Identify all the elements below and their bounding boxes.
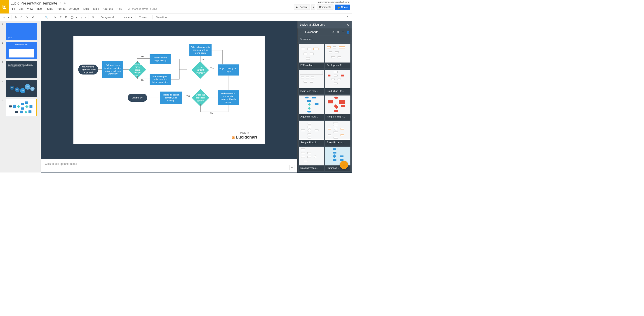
- doc-title[interactable]: Lucid Presentation Template: [10, 1, 57, 6]
- doc-card[interactable]: Algorithm Flow...: [299, 95, 324, 120]
- slide-number: 2: [2, 42, 5, 59]
- comment-icon[interactable]: ⊞: [90, 15, 95, 20]
- line-icon[interactable]: ╲: [79, 15, 84, 20]
- shape-dropdown[interactable]: ▾: [76, 15, 78, 20]
- flow-label-no: No: [202, 58, 204, 60]
- toolbar: ＋ ▾ 🖶 ↶ ↷ 🖌 ⛶ 🔍 ⬉ T 🖼 ◯ ▾ ╲ ▾ ⊞ Backgrou…: [0, 14, 352, 21]
- menu-tools[interactable]: Tools: [82, 7, 89, 11]
- slide-number: 3: [2, 61, 5, 78]
- filmstrip: 1 ▦ Lucid 2 Diagrams done right 3 "If I'…: [0, 21, 41, 173]
- menu-arrange[interactable]: Arrange: [69, 7, 79, 11]
- share-button[interactable]: 🔒Share: [335, 5, 350, 10]
- slide-number: 1: [2, 23, 5, 40]
- svg-rect-1: [4, 6, 6, 8]
- doc-card[interactable]: Sales Process ...: [325, 121, 350, 145]
- doc-card[interactable]: Production Flo...: [325, 70, 350, 94]
- doc-card[interactable]: Sample Flowch...: [299, 121, 324, 145]
- new-slide-button[interactable]: ＋: [2, 15, 6, 20]
- menu-file[interactable]: File: [10, 7, 15, 11]
- menu-table[interactable]: Table: [92, 7, 99, 11]
- flow-qa: Send to QA: [128, 94, 147, 102]
- flow-support: Make sure the content is supported by th…: [218, 90, 239, 105]
- made-in-badge: Made in ◉Lucidchart: [232, 131, 257, 139]
- menu-view[interactable]: View: [27, 7, 33, 11]
- refresh-icon[interactable]: ⟳: [332, 31, 335, 34]
- breadcrumb[interactable]: Flowcharts: [305, 31, 330, 34]
- slide-number: 5: [2, 99, 5, 116]
- print-icon[interactable]: 🖶: [14, 15, 18, 20]
- slides-logo[interactable]: [0, 0, 9, 14]
- zoom-fit-icon[interactable]: ⛶: [39, 15, 44, 20]
- fab-add-button[interactable]: ＋: [340, 161, 348, 169]
- slide-thumb-5[interactable]: [6, 99, 37, 116]
- slide-canvas[interactable]: New landing page has been approved Pull …: [74, 36, 264, 144]
- background-button[interactable]: Background...: [99, 16, 118, 19]
- collapse-toolbar-icon[interactable]: ⌃: [345, 16, 350, 19]
- doc-card[interactable]: Programming F...: [325, 95, 350, 120]
- drive-icon[interactable]: ◈: [64, 2, 66, 5]
- theme-button[interactable]: Theme...: [138, 16, 150, 19]
- zoom-icon[interactable]: 🔍: [44, 15, 49, 20]
- present-dropdown[interactable]: ▾: [312, 5, 315, 10]
- menu-edit[interactable]: Edit: [19, 7, 24, 11]
- back-icon[interactable]: ←: [300, 30, 303, 34]
- panel-doc-grid: IT Flowchart Deployment Fl... Swim lane …: [297, 43, 352, 173]
- flow-dec-content: Is the content finished?: [192, 61, 209, 79]
- doc-card[interactable]: Design Proces...: [299, 147, 324, 171]
- menu-slide[interactable]: Slide: [47, 7, 53, 11]
- share-icon: 🔒: [337, 6, 340, 9]
- slide-thumb-2[interactable]: Diagrams done right: [6, 42, 37, 59]
- slide-thumb-1[interactable]: ▦ Lucid: [6, 23, 37, 40]
- flow-label-yes: Yes: [210, 67, 214, 69]
- doc-card[interactable]: Swim lane flow...: [299, 70, 324, 94]
- slide-thumb-3[interactable]: "If I'm trying to recommend a solution, …: [6, 61, 37, 78]
- close-icon[interactable]: ✕: [347, 23, 349, 27]
- redo-icon[interactable]: ↷: [25, 15, 30, 20]
- line-dropdown[interactable]: ▾: [84, 15, 87, 20]
- flow-label-yes: Yes: [141, 55, 144, 58]
- flow-talk-design: Talk to design to make sure it is being …: [150, 74, 170, 85]
- flow-talk-content: Talk with content to ensure it will be d…: [189, 44, 212, 56]
- present-button[interactable]: ▶Present: [294, 5, 310, 10]
- doc-card[interactable]: IT Flowchart: [299, 44, 324, 68]
- account-icon[interactable]: 👤: [346, 31, 350, 34]
- flow-content-write: Have content begin writing: [150, 54, 170, 64]
- save-status: All changes saved in Drive: [128, 7, 158, 10]
- slide-thumb-4[interactable]: 38% 45% 46% 63% 43%: [6, 80, 37, 97]
- select-icon[interactable]: ⬉: [53, 15, 58, 20]
- lucidchart-icon: ◉: [232, 135, 235, 139]
- flow-label-no: No: [210, 112, 213, 114]
- shape-icon[interactable]: ◯: [70, 15, 74, 20]
- doc-card[interactable]: Deployment Fl...: [325, 44, 350, 68]
- transition-button[interactable]: Transition...: [154, 16, 170, 19]
- flow-dec-looks: Does the page look good?: [192, 89, 209, 106]
- textbox-icon[interactable]: T: [58, 15, 63, 20]
- flow-start: New landing page has been approved: [78, 65, 98, 75]
- slide-number: 4: [2, 80, 5, 97]
- paint-format-icon[interactable]: 🖌: [30, 15, 35, 20]
- sort-icon[interactable]: ⇅: [337, 31, 339, 34]
- menu-help[interactable]: Help: [116, 7, 122, 11]
- play-icon: ▶: [296, 6, 298, 9]
- panel-title: Lucidchart Diagrams: [300, 23, 325, 26]
- menu-format[interactable]: Format: [57, 7, 66, 11]
- menu-addons[interactable]: Add-ons: [103, 7, 113, 11]
- star-icon[interactable]: ☆: [60, 2, 62, 5]
- list-icon[interactable]: ☰: [342, 31, 344, 34]
- flow-label-yes: Yes: [186, 95, 190, 97]
- flow-finalize: Finalize all design, content, and coding…: [160, 92, 182, 104]
- account-email[interactable]: laurenmcneely@lucidchart.com: [318, 1, 350, 3]
- layout-button[interactable]: Layout ▾: [121, 16, 134, 19]
- explore-button[interactable]: ✦: [290, 165, 294, 170]
- panel-section-label: Documents: [297, 36, 352, 43]
- comments-button[interactable]: Comments: [317, 5, 334, 10]
- menu-insert[interactable]: Insert: [36, 7, 44, 11]
- image-icon[interactable]: 🖼: [64, 15, 69, 20]
- flow-dec-design: Do you have basic design done?: [128, 61, 146, 79]
- new-slide-dropdown[interactable]: ▾: [8, 15, 10, 20]
- speaker-notes[interactable]: Click to add speaker notes ✦: [41, 159, 297, 173]
- undo-icon[interactable]: ↶: [19, 15, 24, 20]
- flow-build: Begin building the page: [218, 64, 239, 75]
- flow-pull: Pull your team together and start buildi…: [102, 61, 124, 78]
- lucidchart-panel: Lucidchart Diagrams ✕ ← Flowcharts ⟳ ⇅ ☰…: [297, 21, 352, 173]
